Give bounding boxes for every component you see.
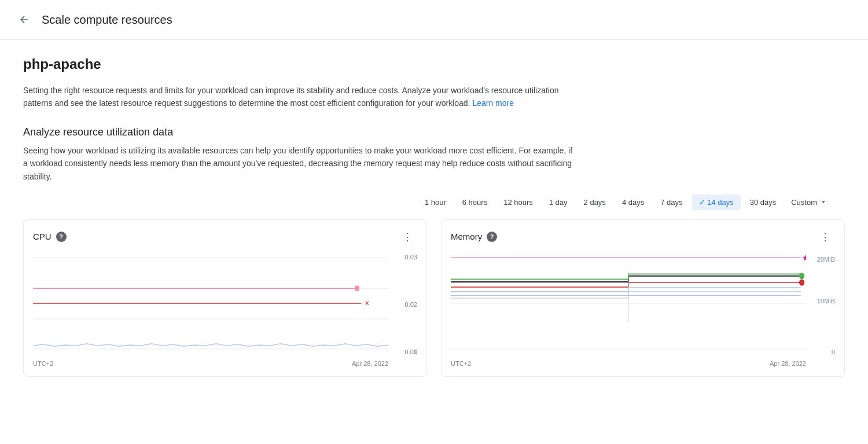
- cpu-y-label-mid1: 0.02: [405, 301, 417, 308]
- cpu-help-icon[interactable]: ?: [56, 232, 67, 242]
- memory-svg-area: ★: [451, 251, 806, 355]
- svg-point-20: [799, 279, 804, 285]
- cpu-chart-title: CPU: [33, 232, 52, 241]
- custom-time-button[interactable]: Custom: [785, 195, 833, 210]
- time-btn-30d[interactable]: 30 days: [743, 195, 784, 210]
- analyze-section-title: Analyze resource utilization data: [23, 126, 845, 138]
- time-btn-1d[interactable]: 1 day: [542, 195, 575, 210]
- cpu-title-row: CPU ?: [33, 232, 67, 242]
- cpu-y-zero: 0: [391, 348, 417, 355]
- memory-y-axis: 20MiB 10MiB: [806, 251, 835, 355]
- time-btn-14d[interactable]: ✓ 14 days: [692, 195, 741, 210]
- memory-y-label-top: 20MiB: [817, 256, 835, 263]
- memory-chart-title: Memory: [451, 232, 482, 241]
- learn-more-link[interactable]: Learn more: [472, 98, 514, 108]
- cpu-y-label-top: 0.03: [405, 254, 417, 260]
- memory-y-label-mid: 10MiB: [817, 298, 835, 304]
- back-button[interactable]: [14, 9, 35, 30]
- cpu-x-axis: UTC+2 Apr 28, 2022: [33, 360, 388, 367]
- cpu-chart-header: CPU ? ⋮: [33, 229, 417, 244]
- svg-rect-5: [355, 286, 359, 291]
- time-btn-4d[interactable]: 4 days: [615, 195, 651, 210]
- time-filter-bar: 1 hour 6 hours 12 hours 1 day 2 days 4 d…: [23, 195, 845, 210]
- cpu-more-button[interactable]: ⋮: [398, 229, 417, 244]
- cpu-x-left: UTC+2: [33, 360, 53, 367]
- time-btn-1h[interactable]: 1 hour: [418, 195, 453, 210]
- cpu-svg-area: ✕: [33, 251, 388, 355]
- description-text: Setting the right resource requests and …: [23, 84, 579, 110]
- cpu-chart-area: ✕ 0.03 0.02 0.01 UTC+2 Apr 28, 2022 0: [33, 251, 417, 367]
- svg-text:✕: ✕: [365, 300, 369, 307]
- cpu-x-right: Apr 28, 2022: [352, 360, 388, 367]
- workload-name: php-apache: [23, 56, 845, 72]
- memory-chart-card: Memory ? ⋮ ★: [441, 219, 845, 377]
- analyze-section-desc: Seeing how your workload is utilizing it…: [23, 144, 579, 183]
- time-btn-6h[interactable]: 6 hours: [455, 195, 494, 210]
- main-content: php-apache Setting the right resource re…: [0, 40, 868, 393]
- memory-help-icon[interactable]: ?: [487, 232, 497, 242]
- memory-x-axis: UTC+2 Apr 28, 2022: [451, 360, 806, 367]
- time-btn-12h[interactable]: 12 hours: [496, 195, 540, 210]
- charts-row: CPU ? ⋮: [23, 219, 845, 377]
- page-title: Scale compute resources: [42, 13, 172, 27]
- memory-x-left: UTC+2: [451, 360, 471, 367]
- time-btn-2d[interactable]: 2 days: [577, 195, 613, 210]
- cpu-y-axis: 0.03 0.02 0.01: [388, 251, 417, 355]
- page-header: Scale compute resources: [0, 0, 868, 40]
- memory-chart-area: ★: [451, 251, 835, 367]
- time-btn-7d[interactable]: 7 days: [653, 195, 689, 210]
- custom-label: Custom: [791, 198, 817, 207]
- cpu-chart-card: CPU ? ⋮: [23, 219, 427, 377]
- memory-more-button[interactable]: ⋮: [815, 229, 835, 244]
- memory-y-zero: 0: [808, 348, 835, 355]
- memory-chart-header: Memory ? ⋮: [451, 229, 835, 244]
- memory-title-row: Memory ?: [451, 232, 497, 242]
- memory-x-right: Apr 28, 2022: [770, 360, 806, 367]
